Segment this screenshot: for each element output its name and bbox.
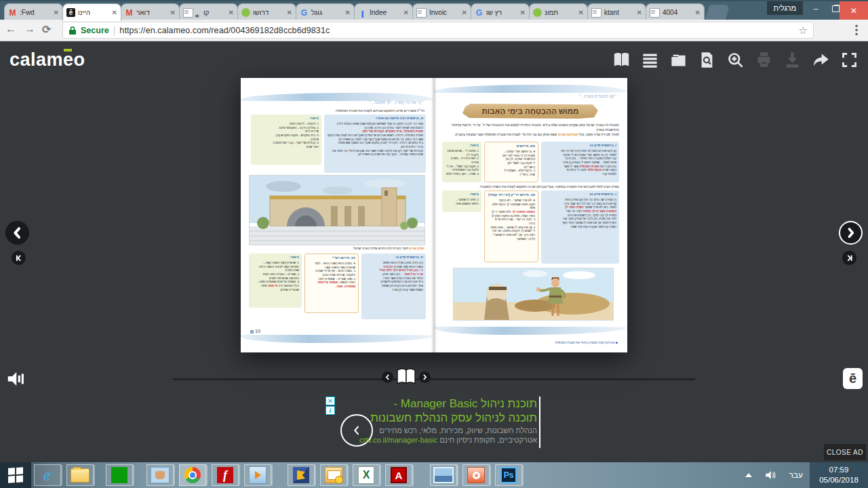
taskbar-ps-button[interactable]: Ps (495, 464, 522, 486)
tab-close-icon[interactable]: ✕ (578, 9, 584, 16)
doc-favicon-icon (591, 8, 601, 18)
browser-tab-6[interactable]: Gגוגל✕ (296, 3, 355, 21)
page-number-marker (250, 330, 254, 333)
previous-page-button[interactable] (5, 221, 29, 245)
book-spread[interactable]: ״כִּי אֶת כָּל הָאָרֶץ... לְךָ אֶתְּנֶנָ… (241, 78, 627, 352)
browser-tab-12[interactable]: 4004✕ (646, 3, 705, 21)
taskbar-explorer-button[interactable] (66, 464, 94, 486)
tab-close-icon[interactable]: ✕ (170, 9, 176, 16)
book-icon[interactable] (395, 367, 417, 386)
tab-close-icon[interactable]: ✕ (54, 9, 59, 16)
browser-tab-5[interactable]: דרושו✕ (237, 3, 296, 21)
browser-tab-11[interactable]: ktant✕ (587, 3, 646, 21)
browser-tab-2[interactable]: ēהיינו✕ (62, 3, 121, 21)
browser-menu-icon[interactable]: ••• (853, 24, 860, 37)
next-page-button[interactable] (839, 221, 863, 245)
tab-close-icon[interactable]: ✕ (520, 9, 526, 16)
window-close-button[interactable]: ✕ (840, 1, 868, 20)
taskbar-flash-button[interactable]: f (212, 464, 239, 486)
window-minimize-button[interactable]: – (806, 1, 826, 16)
ad-headline-line2[interactable]: תוכנה לניהול עסק הנהלת חשבונות (339, 411, 537, 425)
book-mode-icon[interactable] (612, 51, 631, 69)
browser-tab-3[interactable]: Mדואר✕ (121, 3, 180, 21)
browser-tab-9[interactable]: Gרץ שו✕ (471, 3, 530, 21)
fullscreen-icon[interactable] (840, 51, 859, 69)
language-indicator[interactable]: עבר (789, 470, 803, 480)
text-line: שהעריכו שתיתן. (252, 288, 299, 292)
decorative-wave-band (434, 85, 627, 93)
tab-title: Fwd: (20, 9, 51, 16)
taskbar-priority-button[interactable] (288, 464, 315, 486)
pages-folder-icon[interactable] (669, 51, 688, 69)
text-box-heading: ביאור: (254, 117, 319, 121)
volume-button[interactable] (5, 369, 26, 389)
calameo-logo[interactable]: calameo (9, 49, 85, 70)
taskbar-acrobat-button[interactable]: A (385, 464, 412, 486)
share-icon[interactable] (812, 51, 830, 69)
search-in-doc-icon[interactable] (698, 51, 716, 69)
text-line: לַאֲחֻזַּת קָבֶר. (544, 172, 616, 176)
ad-separator-line (539, 396, 540, 448)
text-box-heading: ביאור: (445, 192, 479, 197)
tab-close-icon[interactable]: ✕ (637, 9, 642, 16)
flip-previous-button[interactable] (382, 371, 393, 383)
close-ad-button[interactable]: CLOSE AD (824, 444, 866, 460)
taskbar-outlook-button[interactable] (320, 464, 347, 486)
tab-close-icon[interactable]: ✕ (403, 9, 409, 16)
text-line: הלוואי ותשמע אותי. (445, 202, 479, 206)
start-button[interactable] (0, 462, 31, 488)
adchoices-info-icon[interactable]: i (326, 406, 335, 415)
acrobat-icon: A (391, 467, 407, 483)
new-tab-button[interactable] (705, 5, 730, 20)
tab-audio-icon[interactable] (195, 9, 201, 16)
profile-name-badge[interactable]: מרגלית (767, 1, 803, 15)
browser-tab-8[interactable]: Invoic✕ (412, 3, 471, 21)
seek-bar[interactable] (173, 378, 695, 380)
address-bar[interactable]: Secure | https://en.calameo.com/read/004… (62, 22, 814, 39)
tab-close-icon[interactable]: ✕ (462, 9, 467, 16)
taskbar-clock[interactable]: 07:59 05/06/2018 (810, 462, 868, 488)
taskbar-photos-button[interactable] (430, 464, 457, 486)
taskbar-excel-button[interactable]: X (353, 464, 380, 486)
doc-favicon-icon (416, 8, 427, 18)
tab-close-icon[interactable]: ✕ (287, 9, 292, 16)
taskbar-wmp-button[interactable] (244, 464, 271, 486)
tab-close-icon[interactable]: ✕ (345, 9, 351, 16)
ad-headline-line1[interactable]: תוכנת ניהול Manager Basic - (339, 396, 537, 411)
page-intro-paragraph: הָאָבוֹת חָיוּ בְּאֶרֶץ יִשְׂרָאֵל בִּזְ… (442, 123, 619, 136)
show-hidden-icons-button[interactable] (745, 473, 752, 477)
tab-close-icon[interactable]: ✕ (229, 9, 234, 16)
tab-close-icon[interactable]: ✕ (695, 9, 701, 16)
flip-next-button[interactable] (419, 371, 431, 383)
last-page-button[interactable] (842, 251, 856, 265)
ad-link[interactable]: crtv.co.il/manager-basic (359, 436, 437, 444)
taskbar-ppt-button[interactable] (462, 464, 490, 486)
tray-volume-icon[interactable] (764, 469, 776, 481)
text-line: שֶׁאֲמָדוּהָ, מֵאָה. (308, 285, 355, 289)
calameo-brand-mark[interactable]: ē (843, 368, 863, 389)
browser-tab-1[interactable]: MFwd:✕ (4, 3, 63, 21)
taskbar-hand-button[interactable] (146, 464, 174, 486)
source-box-row-2: ז. בראשית פרק כג(י) וְעֶפְרוֹן יֹשֵׁב בְ… (442, 190, 619, 264)
taskbar-ie-button[interactable]: e (34, 464, 61, 486)
taskbar-chrome-button[interactable] (179, 464, 206, 486)
contents-list-icon[interactable] (641, 51, 659, 69)
book-page-left[interactable]: ״כִּי אֶת כָּל הָאָרֶץ... לְךָ אֶתְּנֶנָ… (241, 78, 434, 352)
zoom-in-icon[interactable] (726, 51, 745, 69)
green-text-box: ביאור:1. אחוזה לי – שכנעו אותם(לקבור לי)… (442, 142, 481, 182)
reload-button[interactable]: ⟳ (42, 23, 51, 36)
first-page-button[interactable] (12, 251, 26, 265)
back-button[interactable]: ← (5, 23, 16, 35)
ad-content[interactable]: תוכנת ניהול Manager Basic - תוכנה לניהול… (339, 396, 537, 445)
tab-close-icon[interactable]: ✕ (112, 9, 117, 16)
forward-button[interactable]: → (24, 23, 35, 35)
taskbar-store-button[interactable] (106, 464, 133, 486)
blue-text-box: ז. בראשית פרק כג(י) וְעֶפְרוֹן יֹשֵׁב בְ… (541, 190, 619, 264)
connector-line: עֶפְרוֹן הִצִּיעַ לָתֵת לְאַבְרָהָם אֶת … (479, 184, 619, 189)
browser-tab-7[interactable]: ꞁIndee✕ (354, 3, 413, 21)
book-page-right[interactable]: ״קָנוּ מִבְצָרִים בָּאָרֶץ...״מִמּוּשׁ ה… (434, 78, 627, 352)
browser-tab-4[interactable]: קו✕ (179, 3, 238, 21)
browser-tab-10[interactable]: תמונ✕ (529, 3, 588, 21)
ad-close-icon[interactable]: ✕ (326, 396, 335, 405)
bookmark-star-icon[interactable]: ☆ (799, 24, 808, 37)
